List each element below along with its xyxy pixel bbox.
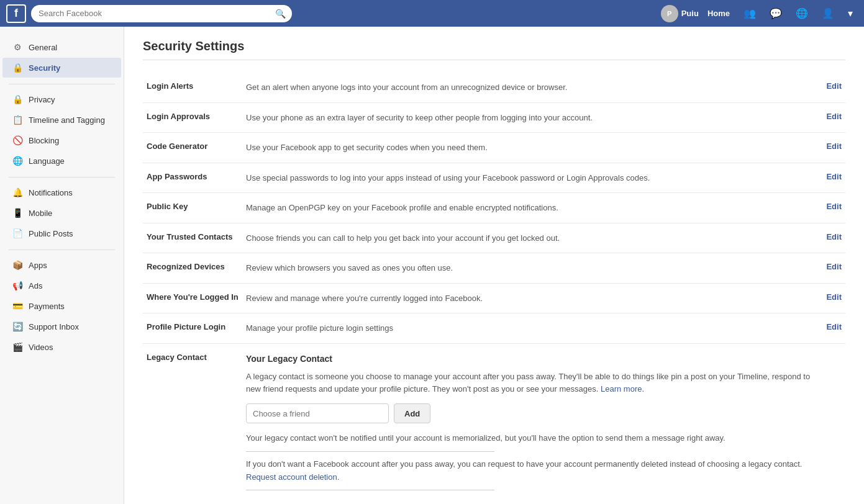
request-deletion-link[interactable]: Request account deletion.	[246, 472, 339, 482]
sidebar-item-label: Privacy	[29, 95, 55, 104]
notifications-sidebar-icon: 🔔	[11, 186, 24, 199]
sidebar-item-label: Payments	[29, 302, 65, 311]
settings-label: Profile Picture Login	[143, 313, 242, 344]
friend-input[interactable]	[246, 403, 389, 423]
dropdown-icon[interactable]: ▾	[843, 5, 858, 22]
settings-edit-cell: Edit	[814, 133, 845, 163]
table-row: Where You're Logged In Review and manage…	[143, 283, 845, 313]
settings-description: Review and manage where you're currently…	[242, 283, 814, 313]
settings-label: Where You're Logged In	[143, 283, 242, 313]
sidebar-item-public-posts[interactable]: 📄 Public Posts	[2, 223, 121, 243]
sidebar-item-label: Public Posts	[29, 229, 73, 238]
sidebar-item-privacy[interactable]: 🔒 Privacy	[2, 89, 121, 109]
page-wrapper: ⚙ General 🔒 Security 🔒 Privacy 📋 Timelin…	[0, 27, 864, 504]
edit-link[interactable]: Edit	[826, 202, 842, 211]
sidebar-item-label: Security	[29, 63, 60, 73]
sidebar-item-timeline-tagging[interactable]: 📋 Timeline and Tagging	[2, 110, 121, 130]
sidebar-divider-3	[9, 250, 115, 250]
learn-more-link[interactable]: Learn more.	[601, 384, 644, 394]
sidebar-item-support-inbox[interactable]: 🔄 Support Inbox	[2, 317, 121, 336]
page-title: Security Settings	[143, 39, 845, 60]
settings-description: Review which browsers you saved as ones …	[242, 253, 814, 284]
sidebar-section-main: ⚙ General 🔒 Security	[0, 37, 124, 78]
settings-edit-cell: Edit	[814, 102, 845, 133]
sidebar-item-apps[interactable]: 📦 Apps	[2, 255, 121, 275]
mobile-icon: 📱	[11, 207, 24, 219]
sidebar-item-label: Timeline and Tagging	[29, 115, 105, 125]
edit-link[interactable]: Edit	[826, 322, 842, 331]
friends-icon[interactable]: 👥	[739, 5, 761, 22]
legacy-divider-1	[246, 451, 494, 452]
payments-icon: 💳	[11, 300, 24, 312]
table-row: Your Trusted Contacts Choose friends you…	[143, 223, 845, 253]
settings-label: Code Generator	[143, 133, 242, 163]
sidebar-divider-2	[9, 177, 115, 178]
search-bar[interactable]: 🔍	[31, 5, 292, 22]
settings-edit-cell: Edit	[814, 163, 845, 193]
sidebar-item-blocking[interactable]: 🚫 Blocking	[2, 130, 121, 150]
settings-label: App Passwords	[143, 163, 242, 193]
sidebar-item-label: Blocking	[29, 136, 59, 145]
sidebar-item-ads[interactable]: 📢 Ads	[2, 276, 121, 295]
sidebar-item-mobile[interactable]: 📱 Mobile	[2, 203, 121, 223]
legacy-contact-content: Your Legacy Contact A legacy contact is …	[242, 343, 814, 504]
sidebar-section-tools: 📦 Apps 📢 Ads 💳 Payments 🔄 Support Inbox …	[0, 255, 124, 357]
sidebar-item-label: Language	[29, 156, 65, 166]
notifications-icon[interactable]: 🌐	[791, 5, 813, 22]
blocking-icon: 🚫	[11, 134, 24, 146]
sidebar-item-security[interactable]: 🔒 Security	[2, 58, 121, 78]
sidebar-item-label: Ads	[29, 281, 42, 290]
sidebar-item-videos[interactable]: 🎬 Videos	[2, 337, 121, 357]
settings-label: Your Trusted Contacts	[143, 223, 242, 253]
edit-link[interactable]: Edit	[826, 172, 842, 181]
sidebar-item-payments[interactable]: 💳 Payments	[2, 296, 121, 316]
main-content: Security Settings Login Alerts Get an al…	[124, 27, 864, 504]
facebook-logo: f	[6, 4, 26, 23]
edit-link[interactable]: Edit	[826, 81, 842, 91]
account-icon[interactable]: 👤	[817, 5, 839, 22]
sidebar-item-notifications[interactable]: 🔔 Notifications	[2, 182, 121, 202]
edit-link[interactable]: Edit	[826, 142, 842, 151]
apps-icon: 📦	[11, 259, 24, 271]
edit-link[interactable]: Edit	[826, 232, 842, 241]
edit-link[interactable]: Edit	[826, 292, 842, 302]
settings-label: Login Approvals	[143, 102, 242, 133]
legacy-deletion-text: If you don't want a Facebook account aft…	[246, 458, 811, 484]
gear-icon: ⚙	[11, 41, 24, 53]
settings-edit-cell: Edit	[814, 313, 845, 344]
sidebar-item-label: Mobile	[29, 209, 52, 218]
add-button[interactable]: Add	[394, 403, 430, 423]
public-posts-icon: 📄	[11, 227, 24, 240]
sidebar-divider-1	[9, 84, 115, 84]
home-button[interactable]: Home	[703, 6, 735, 20]
settings-description: Manage your profile picture login settin…	[242, 313, 814, 344]
sidebar-item-label: Support Inbox	[29, 322, 79, 331]
sidebar-item-label: General	[29, 43, 57, 52]
legacy-edit-cell	[814, 343, 845, 504]
settings-description: Choose friends you can call to help you …	[242, 223, 814, 253]
table-row: Profile Picture Login Manage your profil…	[143, 313, 845, 344]
settings-description: Manage an OpenPGP key on your Facebook p…	[242, 193, 814, 223]
edit-link[interactable]: Edit	[826, 262, 842, 271]
settings-edit-cell: Edit	[814, 223, 845, 253]
sidebar-item-language[interactable]: 🌐 Language	[2, 151, 121, 171]
friend-input-row: Add	[246, 403, 811, 423]
search-input[interactable]	[31, 5, 292, 22]
messages-icon[interactable]: 💬	[765, 5, 787, 22]
sidebar: ⚙ General 🔒 Security 🔒 Privacy 📋 Timelin…	[0, 27, 124, 504]
lock-icon: 🔒	[11, 61, 24, 74]
table-row: Login Alerts Get an alert when anyone lo…	[143, 73, 845, 102]
settings-edit-cell: Edit	[814, 193, 845, 223]
sidebar-item-general[interactable]: ⚙ General	[2, 37, 121, 57]
edit-link[interactable]: Edit	[826, 112, 842, 121]
support-inbox-icon: 🔄	[11, 320, 24, 333]
videos-icon: 🎬	[11, 341, 24, 353]
sidebar-item-label: Notifications	[29, 188, 73, 197]
legacy-title: Your Legacy Contact	[246, 353, 811, 366]
sidebar-item-label: Videos	[29, 343, 53, 352]
settings-label: Public Key	[143, 193, 242, 223]
user-name: Puiu	[681, 9, 699, 18]
settings-label: Recognized Devices	[143, 253, 242, 284]
settings-description: Use special passwords to log into your a…	[242, 163, 814, 193]
search-icon: 🔍	[275, 9, 286, 19]
